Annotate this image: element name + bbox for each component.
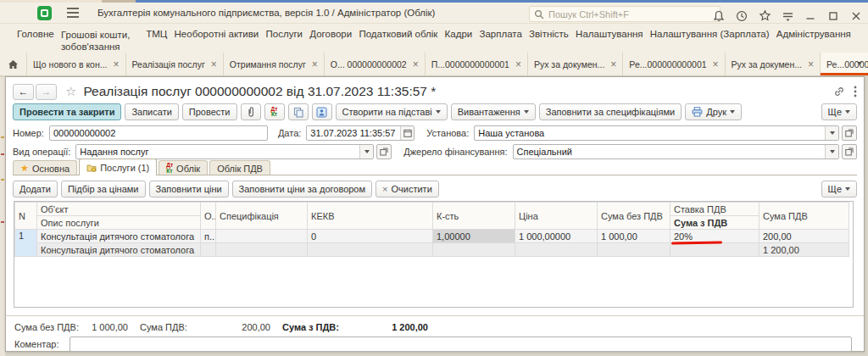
comment-input[interactable] xyxy=(70,339,852,349)
menu-item-hroshovi-koshty[interactable]: Грошові кошти, зобов'язання xyxy=(61,29,139,53)
copy-document-button[interactable] xyxy=(288,103,309,120)
more-button-top[interactable]: Ще xyxy=(821,103,857,120)
post-button[interactable]: Провести xyxy=(182,103,237,120)
favorite-star-icon[interactable]: ☆ xyxy=(65,84,76,99)
cell-row-number[interactable]: 1 xyxy=(15,230,37,257)
cell-vat-rate[interactable]: 20% xyxy=(670,230,760,243)
attachments-button[interactable] xyxy=(241,103,261,120)
tab-overflow-button[interactable] xyxy=(853,56,866,71)
close-icon[interactable] xyxy=(849,9,863,23)
col-header-price[interactable]: Ціна xyxy=(515,203,598,230)
number-input[interactable] xyxy=(50,128,267,138)
menu-item-posluhy[interactable]: Послуги xyxy=(266,29,303,53)
post-and-close-button[interactable]: Провести та закрити xyxy=(13,103,121,120)
responsible-person-button[interactable] xyxy=(312,103,332,120)
menu-item-tmts[interactable]: ТМЦ xyxy=(146,29,167,53)
maximize-icon[interactable] xyxy=(826,9,840,23)
create-based-on-button[interactable]: Створити на підставі xyxy=(336,103,448,120)
table-row-description[interactable]: Консультація дитячого стоматолога 1 200,… xyxy=(15,243,849,257)
view-functions-icon[interactable] xyxy=(781,9,794,23)
print-button[interactable]: Друк xyxy=(685,103,742,120)
menu-item-podatkovyi-oblik[interactable]: Податковий облік xyxy=(359,29,437,53)
tab-doc-re-000000000001[interactable]: Ре...000000000001× xyxy=(623,53,725,75)
col-header-sum-no-vat[interactable]: Сума без ПДВ xyxy=(598,203,670,230)
get-link-icon[interactable] xyxy=(833,86,845,97)
comment-field[interactable] xyxy=(70,337,853,352)
cell-sum-no-vat[interactable]: 1 000,00 xyxy=(598,230,670,243)
tab-rukh-za-dokumentom-1[interactable]: Рух за докумен...× xyxy=(528,53,623,75)
funding-open-button[interactable] xyxy=(842,144,857,159)
tab-doc-o-000000000002[interactable]: О... 000000000002× xyxy=(325,53,426,75)
table-row[interactable]: 1 Консультація дитячого стоматолога п.. … xyxy=(15,230,849,243)
col-header-spec[interactable]: Специфікація xyxy=(216,203,308,230)
cell-vat-sum[interactable]: 200,00 xyxy=(760,230,849,243)
menu-item-nalashtuvannia[interactable]: Налаштування xyxy=(576,29,643,53)
tab-close-icon[interactable]: × xyxy=(515,59,521,70)
col-header-description[interactable]: Опис послуги xyxy=(37,216,201,230)
minimize-icon[interactable] xyxy=(804,9,817,23)
services-grid[interactable]: N Об'єкт О.. Специфікація КЕКВ К-сть Цін… xyxy=(14,201,854,308)
date-field[interactable] xyxy=(306,125,415,141)
menu-item-holovne[interactable]: Головне xyxy=(17,29,54,53)
operation-type-field[interactable]: Надання послуг xyxy=(75,144,374,159)
tab-doc-p-0000000000001[interactable]: П...0000000000001× xyxy=(426,53,528,75)
tab-home[interactable] xyxy=(0,53,27,75)
funding-dropdown-button[interactable] xyxy=(825,145,838,159)
col-header-vat-rate[interactable]: Ставка ПДВ xyxy=(670,203,760,216)
cell-price[interactable]: 1 000,00000 xyxy=(515,230,598,243)
tab-close-icon[interactable]: × xyxy=(610,59,616,70)
form-tab-accounting[interactable]: ДтКт Облік xyxy=(159,160,208,175)
cell-o[interactable]: п.. xyxy=(201,230,216,243)
menu-item-kadry[interactable]: Кадри xyxy=(445,29,473,53)
org-open-button[interactable] xyxy=(842,125,857,141)
form-tab-services-active[interactable]: Послуги (1) xyxy=(79,159,157,175)
dt-kt-postings-button[interactable]: ДтКт xyxy=(264,103,285,120)
menu-item-dohovory[interactable]: Договори xyxy=(309,29,352,53)
col-header-n[interactable]: N xyxy=(15,203,37,230)
add-row-button[interactable]: Додати xyxy=(13,181,58,197)
favorites-star-icon[interactable] xyxy=(758,9,771,23)
col-header-qty[interactable]: К-сть xyxy=(433,203,515,230)
search-input[interactable] xyxy=(548,9,715,19)
operation-type-open-button[interactable] xyxy=(376,144,392,159)
org-dropdown-button[interactable] xyxy=(825,126,838,140)
save-button[interactable]: Записати xyxy=(125,103,178,120)
history-clock-icon[interactable] xyxy=(735,9,748,23)
cell-sum-with-vat[interactable]: 1 200,00 xyxy=(760,243,849,257)
calendar-button[interactable] xyxy=(400,126,414,140)
forward-button[interactable]: → xyxy=(36,84,57,100)
cell-object[interactable]: Консультація дитячого стоматолога xyxy=(37,230,201,243)
cell-qty-selected[interactable]: 1,00000 xyxy=(433,230,515,243)
tab-otrymannya-poslug[interactable]: Отримання послуг× xyxy=(224,53,325,75)
col-header-o[interactable]: О.. xyxy=(201,203,216,230)
number-field[interactable] xyxy=(49,125,268,141)
tab-rukh-za-dokumentom-2[interactable]: Рух за докумен...× xyxy=(726,53,821,75)
cell-spec[interactable] xyxy=(216,230,308,243)
tab-realizatsiya-poslug-list[interactable]: Реалізація послуг× xyxy=(126,53,224,75)
cell-description[interactable]: Консультація дитячого стоматолога xyxy=(37,243,201,257)
tab-close-icon[interactable]: × xyxy=(413,59,419,70)
upload-button[interactable]: Вивантаження xyxy=(451,103,536,120)
more-kebab-icon[interactable] xyxy=(854,86,857,97)
date-input[interactable] xyxy=(307,128,400,138)
col-header-object[interactable]: Об'єкт xyxy=(37,203,201,216)
menu-item-zvitnist[interactable]: Звітність xyxy=(529,29,569,53)
cell-kekv[interactable]: 0 xyxy=(308,230,433,243)
menu-item-administruvannia[interactable]: Адміністрування xyxy=(776,29,851,53)
more-button-table[interactable]: Ще xyxy=(821,181,857,197)
tab-close-icon[interactable]: × xyxy=(808,59,814,70)
tab-close-icon[interactable]: × xyxy=(114,59,120,70)
org-field[interactable]: Наша установа xyxy=(474,125,839,141)
operation-type-dropdown-button[interactable] xyxy=(359,145,373,159)
fill-prices-button[interactable]: Заповнити ціни xyxy=(149,181,229,197)
menu-item-nalashtuvannia-zarplata[interactable]: Налаштування (Зарплата) xyxy=(650,29,770,53)
back-button[interactable]: ← xyxy=(13,84,34,100)
clear-button[interactable]: × Очистити xyxy=(376,181,439,197)
form-tab-vat[interactable]: Облік ПДВ xyxy=(209,160,270,175)
funding-source-field[interactable]: Спеціальний xyxy=(513,144,839,159)
menu-item-neoborotni-aktyvy[interactable]: Необоротні активи xyxy=(175,29,259,53)
notifications-bell-icon[interactable] xyxy=(712,9,726,23)
tab-whats-new[interactable]: Що нового в кон...× xyxy=(27,53,126,75)
col-header-vat-sum[interactable]: Сума ПДВ xyxy=(760,203,849,230)
fill-by-specifications-button[interactable]: Заповнити за специфікаціями xyxy=(539,103,682,120)
